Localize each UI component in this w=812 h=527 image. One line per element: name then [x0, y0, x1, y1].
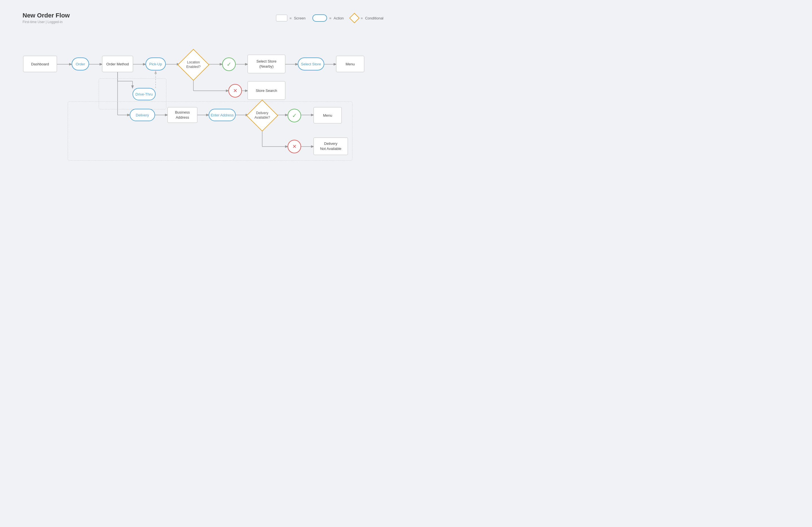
legend-conditional-label: Conditional: [365, 16, 383, 20]
node-check-no-1: ✕: [228, 84, 242, 98]
page-subtitle: First-time User | Logged-in: [23, 20, 70, 24]
page-title-block: New Order Flow First-time User | Logged-…: [23, 12, 70, 24]
legend-action-equals: =: [329, 16, 332, 20]
legend-action: = Action: [313, 14, 344, 22]
legend-conditional-icon: [349, 13, 360, 24]
node-drive-thru: Drive-Thru: [132, 88, 156, 100]
node-location-enabled: [177, 49, 209, 80]
legend-action-label: Action: [334, 16, 344, 20]
node-pickup: Pick-Up: [145, 58, 166, 71]
legend: = Screen = Action = Conditional: [276, 14, 383, 22]
node-select-store-nearby: Select Store(Nearby): [248, 55, 285, 73]
legend-screen-label: Screen: [294, 16, 305, 20]
node-select-store-action: Select Store: [298, 58, 324, 71]
node-store-search: Store Search: [248, 81, 285, 100]
legend-screen-equals: =: [290, 16, 292, 20]
legend-screen-icon: [276, 15, 287, 21]
node-menu-1: Menu: [336, 56, 364, 72]
legend-action-icon: [313, 14, 327, 22]
node-order-method: Order Method: [102, 56, 133, 72]
legend-screen: = Screen: [276, 15, 306, 21]
node-order: Order: [72, 58, 89, 71]
dashed-box-bottom: [68, 101, 352, 161]
legend-conditional: = Conditional: [350, 14, 383, 22]
node-dashboard: Dashboard: [23, 56, 57, 72]
node-check-yes-1: ✓: [222, 58, 236, 71]
legend-conditional-equals: =: [361, 16, 363, 20]
flow-container: Dashboard Order Order Method Pick-Up Loc…: [11, 36, 395, 252]
node-location-enabled-wrapper: LocationEnabled?: [179, 51, 207, 79]
page-title: New Order Flow: [23, 12, 70, 19]
